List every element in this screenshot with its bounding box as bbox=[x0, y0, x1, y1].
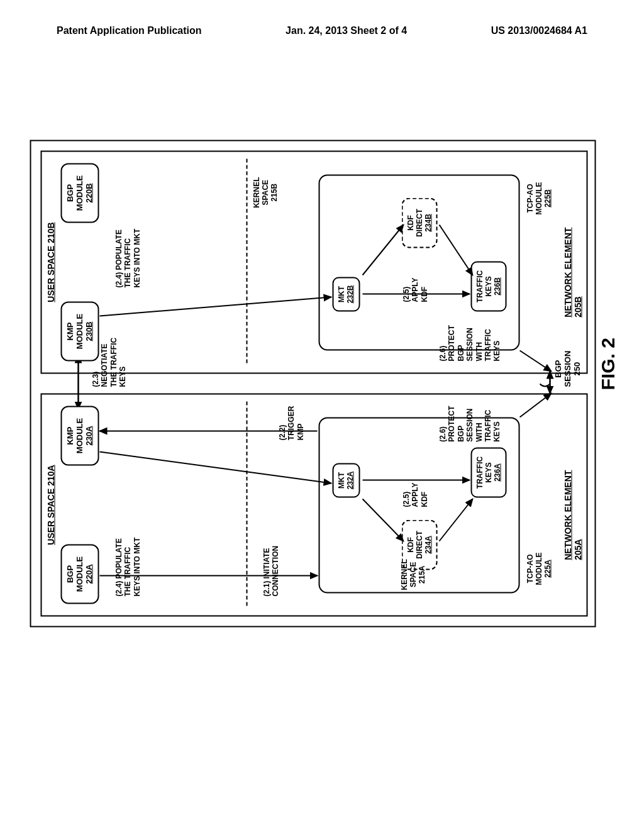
note-24b: (2.4) POPULATE THE TRAFFIC KEYS INTO MKT bbox=[114, 229, 142, 288]
bgp-b-id: 220B bbox=[84, 183, 93, 202]
note-26b: (2.6) PROTECT BGP SESSION WITH TRAFFIC K… bbox=[438, 325, 502, 361]
figure-caption: FIG. 2 bbox=[597, 338, 619, 390]
svg-line-7 bbox=[100, 297, 331, 316]
tcpao-b-id: 225B bbox=[543, 189, 552, 208]
tcpao-a-l1: TCP-AO bbox=[526, 555, 535, 584]
page: Patent Application Publication Jan. 24, … bbox=[0, 0, 644, 830]
tk-a-l2: KEYS bbox=[484, 462, 492, 483]
kernel-space-a-label: KERNEL SPACE 215A bbox=[401, 559, 426, 590]
bgp-b-l2: MODULE bbox=[74, 175, 84, 211]
tk-b-l1: TRAFFIC bbox=[475, 270, 484, 302]
network-element-a-label: NETWORK ELEMENT 205A bbox=[563, 450, 583, 560]
tcpao-a-id: 225A bbox=[543, 560, 552, 578]
bgp-b-l1: BGP bbox=[65, 184, 75, 202]
kmp-a-id: 230A bbox=[84, 426, 93, 445]
note-25a: (2.5) APPLY KDF bbox=[402, 483, 429, 507]
kdf-direct-b: KDF DIRECT 234B bbox=[402, 198, 438, 248]
bgp-module-a: BGP MODULE 220A bbox=[61, 545, 99, 604]
tcpao-b-l2: MODULE bbox=[534, 182, 543, 215]
tk-a-l1: TRAFFIC bbox=[475, 456, 484, 489]
mkt-b: MKT 232B bbox=[333, 277, 360, 312]
user-space-a-label: USER SPACE 210A bbox=[46, 465, 56, 545]
kernel-space-b-label: KERNEL SPACE 215B bbox=[253, 177, 279, 208]
kmp-a-l2: MODULE bbox=[74, 418, 84, 453]
note-22: (2.2) TRIGGER KMP bbox=[278, 406, 305, 441]
svg-line-2 bbox=[100, 452, 331, 484]
note-26a: (2.6) PROTECT BGP SESSION WITH TRAFFIC K… bbox=[438, 406, 502, 442]
user-kernel-divider-b bbox=[247, 159, 248, 363]
mkt-b-l1: MKT bbox=[337, 286, 346, 302]
tcpao-b-l1: TCP-AO bbox=[526, 184, 535, 213]
bgp-a-l1: BGP bbox=[65, 565, 75, 583]
tcpao-module-b: MKT 232B KDF DIRECT 234B TRAFFIC KEYS 23… bbox=[319, 175, 520, 351]
mkt-a-id: 232A bbox=[345, 472, 354, 490]
mkt-a-l1: MKT bbox=[337, 472, 346, 489]
tk-b-l2: KEYS bbox=[484, 276, 492, 297]
kdf-a-l2: DIRECT bbox=[414, 531, 423, 559]
svg-line-11 bbox=[520, 351, 552, 372]
note-21: (2.1) INITIATE CONNECTION bbox=[262, 546, 280, 597]
header-center: Jan. 24, 2013 Sheet 2 of 4 bbox=[286, 25, 407, 36]
kdf-a-id: 234A bbox=[423, 536, 432, 554]
kmp-module-a: KMP MODULE 230A bbox=[61, 406, 99, 466]
kdf-a-l1: KDF bbox=[406, 537, 415, 553]
page-header: Patent Application Publication Jan. 24, … bbox=[0, 25, 644, 36]
kdf-b-l1: KDF bbox=[406, 215, 415, 231]
kmp-b-l2: MODULE bbox=[74, 314, 84, 349]
kdf-b-l2: DIRECT bbox=[414, 209, 423, 237]
traffic-keys-a: TRAFFIC KEYS 236A bbox=[471, 448, 507, 498]
tcpao-b-label: TCP-AO MODULE 225B bbox=[526, 182, 552, 215]
kmp-a-l1: KMP bbox=[65, 427, 75, 445]
user-space-b-label: USER SPACE 210B bbox=[46, 222, 56, 302]
note-23: (2.3) NEGOTIATE THE TRAFFIC KEYS bbox=[91, 338, 128, 387]
bgp-session-label: BGP SESSION 250 bbox=[553, 351, 582, 387]
mkt-a: MKT 232A bbox=[333, 463, 360, 498]
kdf-b-id: 234B bbox=[423, 214, 432, 232]
tk-a-id: 236A bbox=[492, 463, 501, 482]
tk-b-id: 236B bbox=[492, 277, 501, 296]
network-element-b-label: NETWORK ELEMENT 205B bbox=[563, 207, 583, 318]
note-24a: (2.4) POPULATE THE TRAFFIC KEYS INTO MKT bbox=[114, 538, 142, 597]
svg-line-6 bbox=[520, 394, 552, 418]
bgp-a-l2: MODULE bbox=[74, 556, 84, 592]
traffic-keys-b: TRAFFIC KEYS 236B bbox=[471, 262, 507, 312]
mkt-b-id: 232B bbox=[345, 285, 354, 304]
header-right: US 2013/0024684 A1 bbox=[491, 25, 587, 36]
header-left: Patent Application Publication bbox=[57, 25, 202, 36]
tcpao-a-label: TCP-AO MODULE 225A bbox=[526, 553, 552, 585]
network-element-a: USER SPACE 210A NETWORK ELEMENT 205A BGP… bbox=[41, 394, 588, 617]
bgp-a-id: 220A bbox=[84, 564, 93, 584]
note-25b: (2.5) APPLY KDF bbox=[402, 278, 429, 302]
kmp-b-l1: KMP bbox=[65, 323, 75, 341]
user-kernel-divider-a bbox=[247, 402, 248, 606]
diagram-canvas: USER SPACE 210A NETWORK ELEMENT 205A BGP… bbox=[30, 140, 596, 628]
bgp-module-b: BGP MODULE 220B bbox=[61, 163, 99, 223]
tcpao-a-l2: MODULE bbox=[534, 553, 543, 585]
